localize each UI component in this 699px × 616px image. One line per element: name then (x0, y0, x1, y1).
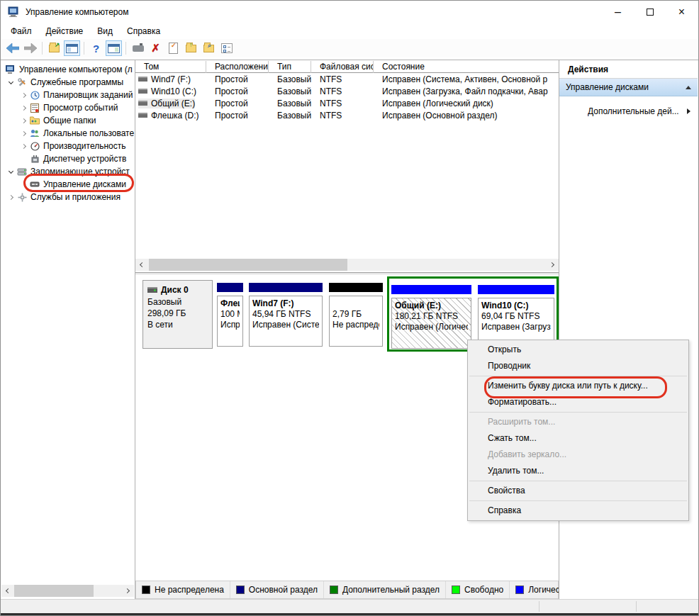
tree-item-system-tools[interactable]: Служебные программы (1, 76, 135, 89)
legend-color-swatch (330, 586, 338, 594)
partition-obshchiy-selected[interactable]: Общий (E:) 180,21 ГБ NTFS Исправен (Логи… (389, 282, 474, 351)
partition-wind7[interactable]: Wind7 (F:) 45,94 ГБ NTFS Исправен (Систе (247, 280, 325, 349)
scroll-left-icon[interactable] (135, 259, 147, 271)
scroll-left-icon[interactable] (1, 585, 13, 597)
tree-item-services[interactable]: Службы и приложения (1, 191, 135, 203)
actions-title: Действия (559, 60, 698, 79)
chevron-down-icon[interactable] (5, 166, 16, 177)
collapse-icon[interactable] (686, 86, 691, 89)
tree-item-event-viewer[interactable]: Просмотр событий (1, 101, 135, 114)
partition-color-bar (217, 283, 243, 292)
chevron-down-icon[interactable] (5, 77, 16, 88)
menu-item-shrink-volume[interactable]: Сжать том... (468, 430, 688, 447)
column-header[interactable]: Файловая система (311, 61, 374, 73)
properties-list-icon[interactable] (218, 40, 235, 56)
chevron-right-icon[interactable] (18, 140, 29, 152)
tree-item-shared-folders[interactable]: Общие папки (1, 114, 135, 127)
chevron-right-icon[interactable] (18, 128, 29, 139)
chevron-right-icon[interactable] (18, 115, 29, 126)
shared-folders-icon (29, 115, 40, 126)
attach-tool-icon[interactable] (130, 40, 146, 56)
tree-item-disk-management[interactable]: Управление дисками (1, 178, 135, 191)
device-manager-icon (29, 153, 40, 164)
table-row[interactable]: Флешка (D:) Простой Базовый NTFS Исправе… (135, 109, 559, 121)
scroll-right-icon[interactable] (122, 585, 134, 597)
chevron-right-icon[interactable] (18, 102, 29, 113)
legend-color-swatch (452, 586, 460, 594)
table-row[interactable]: Wind7 (F:) Простой Базовый NTFS Исправен… (135, 73, 559, 85)
menu-view[interactable]: Вид (90, 24, 120, 38)
event-viewer-icon (29, 102, 40, 113)
show-console-tree-icon[interactable] (64, 40, 80, 56)
maximize-button[interactable] (634, 1, 666, 23)
computer-management-window: Управление компьютером – × Файл Действие… (0, 0, 699, 616)
chevron-right-icon[interactable] (18, 89, 29, 101)
check-document-icon[interactable]: ✓ (165, 40, 181, 56)
tree-item-computer-management[interactable]: Управление компьютером (л (1, 63, 135, 76)
actions-more-actions[interactable]: Дополнительные дей... (559, 106, 698, 116)
delete-icon[interactable]: ✗ (147, 40, 164, 56)
status-bar (1, 599, 698, 613)
menu-item-add-mirror: Добавить зеркало... (468, 447, 688, 463)
menu-item-open[interactable]: Открыть (468, 342, 688, 358)
chevron-right-icon[interactable] (5, 191, 16, 203)
toolbar-separator (125, 42, 126, 55)
volume-list-horizontal-scrollbar[interactable] (135, 259, 559, 271)
legend-item-extended: Дополнительный раздел (324, 581, 446, 598)
close-button[interactable]: × (666, 1, 698, 23)
scroll-right-icon[interactable] (547, 259, 559, 271)
partition-color-bar (249, 283, 323, 292)
export-folder-icon[interactable]: ↗ (46, 40, 62, 56)
help-icon[interactable]: ? (88, 40, 104, 56)
legend-color-swatch (515, 586, 524, 594)
column-header[interactable]: Состояние (374, 61, 559, 73)
forward-icon[interactable] (22, 40, 38, 56)
tree-horizontal-scrollbar[interactable] (1, 585, 134, 597)
column-header[interactable]: Расположение (206, 61, 269, 73)
disk-icon (147, 287, 157, 293)
back-icon[interactable] (4, 40, 21, 56)
partition-flash[interactable]: Флеш 100 М Испра (215, 280, 245, 349)
volume-list-header: Том Расположение Тип Файловая система Со… (135, 61, 559, 73)
menu-help[interactable]: Справка (120, 24, 167, 38)
minimize-button[interactable]: – (602, 1, 634, 23)
menu-item-change-drive-letter[interactable]: Изменить букву диска или путь к диску... (468, 378, 688, 394)
menu-item-help[interactable]: Справка (468, 503, 688, 519)
menu-item-explorer[interactable]: Проводник (468, 358, 688, 374)
volume-icon (138, 77, 147, 82)
disk-type: Базовый (147, 296, 208, 308)
tree-item-storage[interactable]: Запоминающие устройст (1, 165, 135, 178)
menu-item-format[interactable]: Форматировать... (468, 394, 688, 410)
menu-action[interactable]: Действие (39, 24, 91, 38)
folder-search-icon[interactable]: ⌕ (201, 40, 217, 56)
console-tree-panel: Управление компьютером (л Служебные прог… (1, 60, 135, 599)
legend-item-unallocated: Не распределена (136, 581, 230, 598)
menu-item-extend-volume: Расширить том... (468, 414, 688, 430)
folder-up-icon[interactable]: ↑ (183, 40, 199, 56)
column-header[interactable]: Тип (269, 61, 311, 73)
menu-bar: Файл Действие Вид Справка (1, 23, 698, 39)
disk-management-icon (29, 179, 40, 190)
tree-item-device-manager[interactable]: Диспетчер устройств (1, 152, 135, 165)
menu-item-properties[interactable]: Свойства (468, 483, 688, 499)
tree-item-local-users[interactable]: Локальные пользовате (1, 127, 135, 140)
performance-icon (29, 140, 40, 152)
column-header[interactable]: Том (135, 61, 206, 73)
actions-group-disk-management[interactable]: Управление дисками (559, 79, 698, 96)
table-row[interactable]: Общий (E:) Простой Базовый NTFS Исправен… (135, 97, 559, 109)
legend-bar: Не распределена Основной раздел Дополнит… (135, 581, 559, 599)
menu-item-delete-volume[interactable]: Удалить том... (468, 463, 688, 479)
scrollbar-thumb[interactable] (149, 259, 347, 271)
legend-item-free: Свободно (446, 581, 510, 598)
partition-unallocated[interactable]: 2,79 ГБ Не распреде (327, 280, 385, 349)
show-action-pane-icon[interactable] (106, 40, 122, 56)
disk0-card[interactable]: Диск 0 Базовый 298,09 ГБ В сети (142, 280, 213, 349)
tree-item-task-scheduler[interactable]: Планировщик заданий (1, 89, 135, 101)
tree-item-performance[interactable]: Производительность (1, 140, 135, 152)
pane-splitter[interactable] (135, 272, 559, 275)
menu-separator (468, 410, 688, 414)
scrollbar-thumb[interactable] (14, 585, 94, 597)
table-row[interactable]: Wind10 (C:) Простой Базовый NTFS Исправе… (135, 85, 559, 97)
disk-status: В сети (147, 319, 208, 330)
menu-file[interactable]: Файл (4, 24, 39, 38)
